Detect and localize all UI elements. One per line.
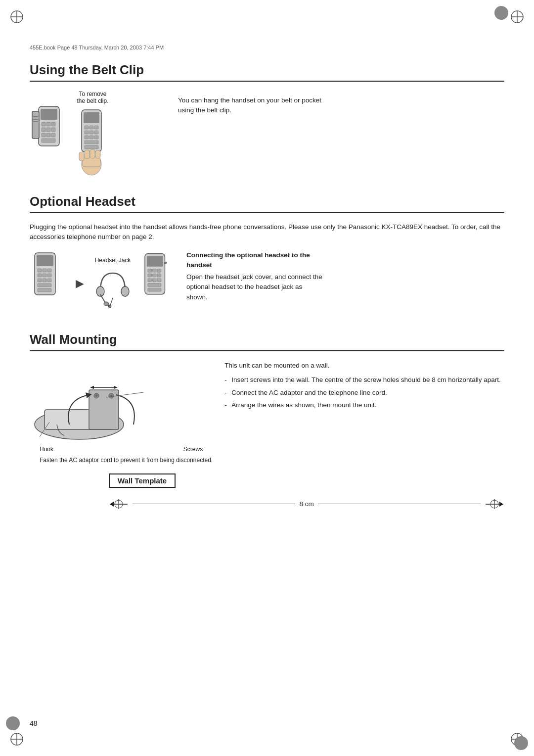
headset-phone-illustration bbox=[30, 250, 67, 317]
svg-rect-46 bbox=[95, 150, 100, 158]
svg-rect-25 bbox=[33, 116, 38, 117]
svg-rect-56 bbox=[43, 279, 46, 282]
svg-rect-59 bbox=[38, 288, 51, 292]
headset-heading: Optional Headset bbox=[30, 194, 504, 213]
connecting-heading: Connecting the optional headset to the h… bbox=[186, 250, 325, 271]
svg-rect-33 bbox=[85, 131, 89, 134]
svg-rect-49 bbox=[38, 269, 42, 272]
wall-heading: Wall Mounting bbox=[30, 332, 504, 351]
svg-rect-38 bbox=[94, 136, 98, 139]
wall-desc-line1: This unit can be mounted on a wall. bbox=[224, 360, 501, 371]
svg-marker-90 bbox=[114, 386, 118, 389]
svg-rect-69 bbox=[157, 269, 161, 273]
hand-phone-illustration bbox=[72, 107, 114, 179]
svg-rect-36 bbox=[85, 136, 89, 139]
svg-point-61 bbox=[121, 286, 129, 296]
belt-remove-label: To remove the belt clip. bbox=[77, 91, 108, 104]
svg-rect-75 bbox=[157, 279, 161, 282]
header-meta: 455E.book Page 48 Thursday, March 20, 20… bbox=[30, 45, 504, 50]
svg-rect-70 bbox=[148, 274, 152, 277]
svg-rect-24 bbox=[32, 111, 39, 139]
wall-section: Wall Mounting bbox=[30, 332, 504, 512]
headset-jack-label: Headset Jack bbox=[95, 257, 131, 264]
headset-illustration bbox=[93, 266, 133, 310]
svg-rect-35 bbox=[94, 131, 98, 134]
svg-rect-81 bbox=[89, 390, 119, 429]
wall-bullet-1: Insert screws into the wall. The centre … bbox=[224, 375, 501, 385]
hook-label: Hook bbox=[40, 446, 53, 453]
measurement-line-left bbox=[133, 504, 295, 504]
svg-rect-73 bbox=[148, 279, 152, 282]
screws-label: Screws bbox=[183, 446, 203, 453]
svg-rect-52 bbox=[38, 274, 42, 277]
svg-rect-15 bbox=[46, 122, 50, 126]
svg-rect-76 bbox=[148, 284, 161, 287]
svg-rect-44 bbox=[85, 150, 89, 159]
left-arrow-cross bbox=[109, 497, 129, 512]
arrow-right-icon: ▶ bbox=[76, 277, 84, 290]
wall-images: Hook Screws Fasten the AC adaptor cord t… bbox=[30, 360, 213, 464]
svg-rect-27 bbox=[33, 121, 38, 122]
belt-clip-heading: Using the Belt Clip bbox=[30, 62, 504, 82]
svg-rect-32 bbox=[94, 126, 98, 129]
wall-template-label: Wall Template bbox=[109, 473, 176, 488]
measurement-line-right bbox=[318, 504, 481, 504]
svg-rect-50 bbox=[43, 269, 46, 272]
svg-rect-21 bbox=[46, 133, 50, 137]
fasten-label: Fasten the AC adaptor cord to prevent it… bbox=[30, 457, 213, 464]
template-8cm-label: 8 cm bbox=[299, 500, 313, 508]
svg-rect-66 bbox=[147, 256, 163, 267]
svg-rect-23 bbox=[42, 139, 55, 142]
wall-desc: This unit can be mounted on a wall. Inse… bbox=[224, 360, 501, 413]
svg-rect-31 bbox=[89, 126, 93, 129]
wall-bullet-2: Connect the AC adaptor and the telephone… bbox=[224, 387, 501, 398]
svg-rect-34 bbox=[89, 131, 93, 134]
headset-desc: Connecting the optional headset to the h… bbox=[186, 250, 325, 302]
svg-rect-77 bbox=[148, 288, 161, 291]
belt-clip-images: To remove the belt clip. bbox=[30, 91, 168, 179]
wall-desc-list: Insert screws into the wall. The centre … bbox=[224, 375, 501, 411]
wall-template-area: Wall Template 8 cm bbox=[30, 473, 504, 512]
svg-rect-17 bbox=[42, 128, 45, 132]
svg-rect-18 bbox=[46, 128, 50, 132]
svg-rect-58 bbox=[38, 284, 51, 287]
svg-rect-37 bbox=[89, 136, 93, 139]
belt-clip-section: Using the Belt Clip bbox=[30, 62, 504, 179]
wall-bullet-3: Arrange the wires as shown, then mount t… bbox=[224, 400, 501, 411]
svg-rect-67 bbox=[148, 269, 152, 273]
svg-rect-51 bbox=[47, 269, 51, 272]
svg-rect-13 bbox=[41, 109, 57, 120]
svg-marker-89 bbox=[90, 386, 94, 389]
right-arrow-cross bbox=[485, 497, 504, 512]
headset-content: ▶ Headset Jack bbox=[30, 250, 504, 317]
svg-point-63 bbox=[104, 302, 109, 306]
svg-rect-78 bbox=[164, 262, 167, 264]
connecting-desc: Open the headset jack cover, and connect… bbox=[186, 272, 325, 302]
page-number: 48 bbox=[30, 719, 38, 727]
svg-rect-53 bbox=[43, 274, 46, 277]
wall-content: Hook Screws Fasten the AC adaptor cord t… bbox=[30, 360, 504, 464]
svg-rect-55 bbox=[38, 279, 42, 282]
svg-rect-57 bbox=[47, 279, 51, 282]
headset-area: Headset Jack bbox=[93, 257, 133, 310]
template-measurement-row: 8 cm bbox=[109, 497, 504, 512]
svg-rect-43 bbox=[79, 152, 84, 161]
belt-remove-area: To remove the belt clip. bbox=[72, 91, 114, 179]
svg-rect-40 bbox=[85, 145, 98, 149]
svg-rect-39 bbox=[85, 141, 98, 144]
svg-rect-72 bbox=[157, 274, 161, 277]
headset-phone2-illustration bbox=[139, 251, 177, 316]
svg-rect-29 bbox=[84, 112, 99, 123]
svg-rect-19 bbox=[51, 128, 55, 132]
belt-clip-desc: You can hang the handset on your belt or… bbox=[178, 91, 336, 116]
svg-rect-20 bbox=[42, 133, 45, 137]
headset-intro: Plugging the optional headset into the h… bbox=[30, 222, 504, 242]
svg-rect-71 bbox=[152, 274, 156, 277]
wall-mount-illustration bbox=[30, 360, 178, 449]
svg-rect-30 bbox=[85, 126, 89, 129]
svg-point-64 bbox=[108, 305, 111, 308]
svg-rect-54 bbox=[47, 274, 51, 277]
svg-rect-14 bbox=[42, 122, 45, 126]
belt-phone-illustration bbox=[30, 101, 67, 168]
svg-rect-26 bbox=[33, 119, 38, 120]
